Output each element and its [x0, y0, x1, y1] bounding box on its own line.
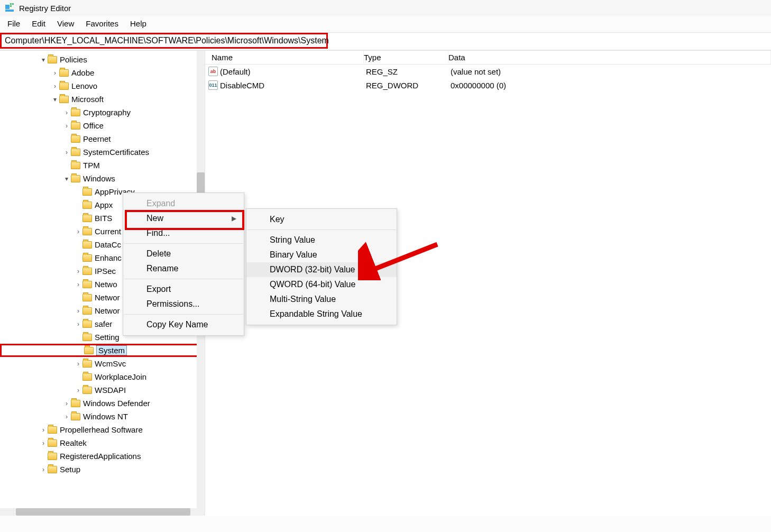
folder-icon [82, 228, 92, 235]
folder-icon [82, 334, 92, 341]
svg-rect-3 [10, 5, 12, 7]
ctx-new-binary[interactable]: Binary Value [246, 247, 397, 262]
column-data[interactable]: Data [448, 51, 771, 64]
address-bar-container: Computer\HKEY_LOCAL_MACHINE\SOFTWARE\Pol… [0, 32, 771, 50]
folder-icon [82, 188, 92, 196]
value-type: REG_SZ [366, 67, 451, 76]
tree-item-wcmsvc[interactable]: ›WcmSvc [0, 357, 205, 370]
ctx-new[interactable]: New▶ [123, 211, 244, 226]
column-headers: Name Type Data [205, 51, 771, 65]
ctx-new-expandable[interactable]: Expandable String Value [246, 307, 397, 322]
chevron-right-icon: ▶ [232, 215, 236, 222]
value-row[interactable]: 011 DisableCMD REG_DWORD 0x00000000 (0) [205, 78, 771, 92]
folder-icon [82, 294, 92, 301]
folder-icon [82, 268, 92, 275]
window-title: Registry Editor [19, 4, 71, 13]
ctx-delete[interactable]: Delete [123, 246, 244, 261]
ctx-expand[interactable]: Expand [123, 196, 244, 211]
folder-icon [71, 135, 80, 143]
tree-item-office[interactable]: ›Office [0, 119, 205, 132]
value-data: 0x00000000 (0) [451, 81, 771, 90]
string-icon: ab [208, 67, 218, 76]
folder-icon [48, 439, 57, 447]
tree-item-workplacejoin[interactable]: ·WorkplaceJoin [0, 370, 205, 383]
folder-icon [59, 69, 69, 77]
value-row[interactable]: ab (Default) REG_SZ (value not set) [205, 65, 771, 78]
value-name: (Default) [220, 67, 366, 76]
dword-icon: 011 [208, 80, 218, 90]
folder-icon [82, 373, 92, 381]
separator [124, 243, 243, 244]
tree-item-realtek[interactable]: ›Realtek [0, 436, 205, 450]
address-bar[interactable]: Computer\HKEY_LOCAL_MACHINE\SOFTWARE\Pol… [0, 33, 328, 49]
folder-icon [71, 109, 80, 116]
folder-icon [48, 466, 57, 473]
menu-edit[interactable]: Edit [32, 19, 45, 28]
folder-icon [48, 426, 57, 434]
app-icon [5, 3, 15, 13]
tree-item-policies[interactable]: ▾Policies [0, 53, 205, 66]
context-menu-key: Expand New▶ Find... Delete Rename Export… [123, 192, 244, 336]
tree-item-systemcertificates[interactable]: ›SystemCertificates [0, 145, 205, 159]
separator [124, 279, 243, 279]
svg-rect-2 [12, 3, 14, 5]
tree-item-regapps[interactable]: ·RegisteredApplications [0, 450, 205, 463]
tree-item-system[interactable]: ·System [0, 344, 205, 357]
ctx-new-multistring[interactable]: Multi-String Value [246, 292, 397, 307]
menu-view[interactable]: View [57, 19, 74, 28]
ctx-rename[interactable]: Rename [123, 261, 244, 276]
tree-item-tpm[interactable]: ·TPM [0, 159, 205, 172]
folder-icon [71, 413, 80, 420]
menu-help[interactable]: Help [130, 19, 146, 28]
column-type[interactable]: Type [364, 51, 448, 64]
menu-bar: File Edit View Favorites Help [0, 16, 771, 32]
value-data: (value not set) [451, 67, 771, 76]
folder-icon [82, 254, 92, 262]
column-name[interactable]: Name [205, 51, 364, 64]
folder-icon [71, 400, 80, 407]
tree-item-cryptography[interactable]: ›Cryptography [0, 106, 205, 119]
ctx-copy-key-name[interactable]: Copy Key Name [123, 317, 244, 332]
tree-item-adobe[interactable]: ›Adobe [0, 66, 205, 79]
menu-file[interactable]: File [7, 19, 20, 28]
folder-icon [48, 56, 57, 63]
tree-item-windows-nt[interactable]: ›Windows NT [0, 410, 205, 423]
folder-icon [82, 307, 92, 315]
ctx-new-qword[interactable]: QWORD (64-bit) Value [246, 277, 397, 292]
tree-item-windows-defender[interactable]: ›Windows Defender [0, 397, 205, 410]
folder-icon [82, 387, 92, 394]
folder-icon [71, 149, 80, 156]
context-menu-new: Key String Value Binary Value DWORD (32-… [246, 208, 397, 325]
ctx-find[interactable]: Find... [123, 226, 244, 241]
title-bar: Registry Editor [0, 0, 771, 16]
folder-icon [82, 201, 92, 209]
ctx-export[interactable]: Export [123, 282, 244, 297]
tree-item-peernet[interactable]: ·Peernet [0, 132, 205, 145]
tree-item-propellerhead[interactable]: ›Propellerhead Software [0, 423, 205, 436]
tree-item-setup[interactable]: ›Setup [0, 463, 205, 476]
svg-rect-4 [5, 10, 14, 12]
menu-favorites[interactable]: Favorites [86, 19, 118, 28]
separator [247, 230, 396, 230]
separator [124, 314, 243, 315]
folder-icon [84, 347, 94, 354]
tree-item-microsoft[interactable]: ▾Microsoft [0, 93, 205, 106]
value-name: DisableCMD [220, 81, 366, 90]
value-type: REG_DWORD [366, 81, 451, 90]
tree-item-windows[interactable]: ▾Windows [0, 172, 205, 185]
folder-icon [82, 281, 92, 288]
folder-icon [71, 122, 80, 130]
ctx-permissions[interactable]: Permissions... [123, 297, 244, 311]
tree-item-lenovo[interactable]: ›Lenovo [0, 79, 205, 93]
ctx-new-key[interactable]: Key [246, 212, 397, 227]
folder-icon [82, 215, 92, 222]
tree-item-wsdapi[interactable]: ›WSDAPI [0, 383, 205, 397]
folder-icon [48, 453, 57, 460]
folder-icon [59, 82, 69, 90]
folder-icon [82, 320, 92, 328]
folder-icon [82, 360, 92, 368]
tree-horizontal-scrollbar[interactable] [0, 508, 197, 516]
svg-rect-1 [10, 3, 12, 5]
ctx-new-string[interactable]: String Value [246, 233, 397, 247]
ctx-new-dword[interactable]: DWORD (32-bit) Value [246, 262, 397, 277]
